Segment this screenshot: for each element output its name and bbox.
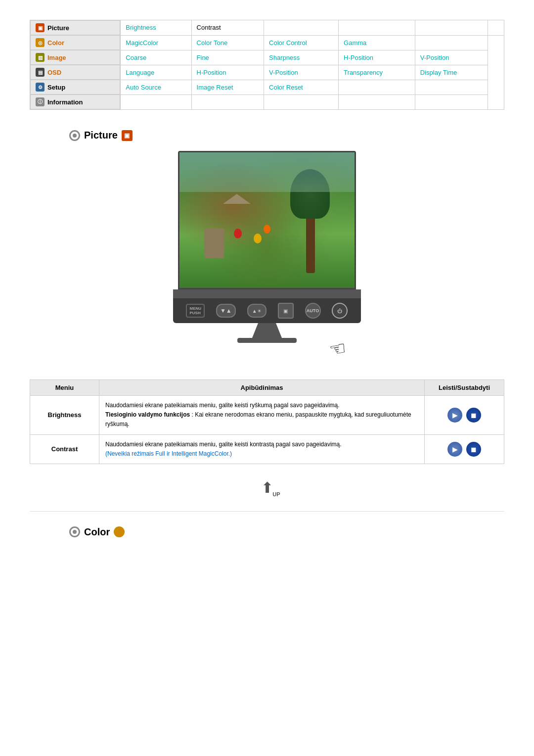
lantern-orange: [264, 225, 270, 234]
nav-table: ▣ Picture Brightness Contrast ◎ Color Ma…: [30, 20, 504, 110]
brightness-controls[interactable]: ▶ ◼: [425, 396, 504, 434]
monitor-btn-auto[interactable]: AUTO: [305, 303, 321, 319]
nav-magiccolor[interactable]: MagicColor: [121, 35, 191, 50]
nav-hposition-osd[interactable]: H-Position: [191, 65, 264, 80]
contrast-controls[interactable]: ▶ ◼: [425, 435, 504, 464]
lantern-red: [234, 229, 242, 238]
nav-empty-3: [415, 20, 488, 36]
nav-brightness[interactable]: Brightness: [121, 20, 191, 36]
nav-empty-2: [339, 20, 415, 36]
monitor-btn-menu[interactable]: MENUPUSH: [186, 304, 205, 318]
nav-empty-5: [415, 35, 488, 50]
nav-empty-12: [415, 94, 488, 110]
monitor-btn-square[interactable]: ▣: [278, 303, 294, 319]
nav-imagereset[interactable]: Image Reset: [191, 80, 264, 94]
nav-fine[interactable]: Fine: [191, 50, 264, 65]
monitor-bezel-bottom: [173, 289, 361, 298]
info-table-header: Meniu Apibūdinimas Leisti/Sustabdyti: [30, 380, 504, 396]
monitor-btn-power[interactable]: ⏻: [332, 303, 348, 319]
picture-title: Picture: [84, 130, 118, 141]
nav-vposition-osd[interactable]: V-Position: [264, 65, 339, 80]
nav-sharpness[interactable]: Sharpness: [264, 50, 339, 65]
nav-color-label[interactable]: Color: [47, 39, 64, 47]
section-divider: [30, 511, 504, 512]
brightness-stop-btn[interactable]: ◼: [466, 408, 481, 423]
picture-section-header: Picture ▣: [69, 130, 504, 141]
up-arrow-icon: ⬆UP: [261, 479, 273, 496]
nav-colorcontrol[interactable]: Color Control: [264, 35, 339, 50]
color-title: Color: [84, 526, 110, 538]
brightness-play-btn[interactable]: ▶: [447, 408, 462, 423]
color-section-header: Color: [69, 526, 504, 538]
nav-picture-label[interactable]: Picture: [47, 24, 69, 32]
nav-autosource[interactable]: Auto Source: [121, 80, 191, 94]
contrast-menu-name: Contrast: [30, 435, 99, 464]
nav-language[interactable]: Language: [121, 65, 191, 80]
contrast-play-btn[interactable]: ▶: [447, 442, 462, 457]
hand-cursor-icon: ☞: [327, 336, 348, 361]
picture-header-icon: [69, 130, 80, 141]
monitor-display: MENUPUSH ▼▲ ▲☀ ▣ AUTO ⏻ ☞: [30, 151, 504, 360]
nav-transparency[interactable]: Transparency: [339, 65, 415, 80]
color-header-icon-circle: [69, 526, 80, 537]
brightness-menu-name: Brightness: [30, 396, 99, 434]
picture-icon: ▣: [36, 23, 44, 32]
nav-colorreset[interactable]: Color Reset: [264, 80, 339, 94]
nav-hposition-img[interactable]: H-Position: [339, 50, 415, 65]
nav-empty-10: [264, 94, 339, 110]
nav-empty-7: [415, 80, 488, 94]
monitor-screen: [178, 151, 356, 289]
nav-osd-label[interactable]: OSD: [47, 69, 61, 76]
info-table: Meniu Apibūdinimas Leisti/Sustabdyti Bri…: [30, 379, 504, 464]
nav-setup-label[interactable]: Setup: [47, 84, 65, 91]
color-icon: ◎: [36, 38, 44, 47]
nav-displaytime[interactable]: Display Time: [415, 65, 488, 80]
table-row-brightness: Brightness Naudodamiesi ekrane pateikiam…: [30, 396, 504, 435]
picture-title-icon: ▣: [122, 130, 133, 141]
nav-empty-1: [264, 20, 339, 36]
monitor-btn-down[interactable]: ▼▲: [216, 304, 236, 318]
info-icon: ⓘ: [36, 97, 44, 106]
osd-icon: ▤: [36, 68, 44, 77]
lantern-yellow: [254, 234, 262, 243]
brightness-description: Naudodamiesi ekrane pateikiamais meniu, …: [99, 396, 425, 434]
nav-gamma[interactable]: Gamma: [339, 35, 415, 50]
nav-empty-4: [488, 20, 504, 36]
nav-image-label[interactable]: Image: [47, 54, 66, 61]
pagoda: [204, 229, 224, 258]
monitor-controls: MENUPUSH ▼▲ ▲☀ ▣ AUTO ⏻: [173, 298, 361, 323]
setup-icon: ⚙: [36, 83, 44, 92]
table-row-contrast: Contrast Naudodamiesi ekrane pateikiamai…: [30, 435, 504, 464]
monitor-btn-brightness[interactable]: ▲☀: [247, 304, 267, 318]
pagoda-roof: [223, 194, 251, 204]
col-header-description: Apibūdinimas: [99, 380, 425, 395]
tree-trunk: [306, 214, 315, 273]
contrast-description: Naudodamiesi ekrane pateikiamais meniu, …: [99, 435, 425, 464]
nav-vposition-img[interactable]: V-Position: [415, 50, 488, 65]
monitor-stand: [252, 323, 282, 338]
nav-empty-9: [191, 94, 264, 110]
nav-coarse[interactable]: Coarse: [121, 50, 191, 65]
col-header-menu: Meniu: [30, 380, 99, 395]
col-header-controls: Leisti/Sustabdyti: [425, 380, 504, 395]
nav-contrast[interactable]: Contrast: [191, 20, 264, 36]
up-arrow-container: ⬆UP: [30, 479, 504, 496]
nav-empty-11: [339, 94, 415, 110]
image-icon: ▧: [36, 53, 44, 62]
nav-info-label[interactable]: Information: [47, 98, 83, 106]
nav-empty-6: [339, 80, 415, 94]
nav-colortone[interactable]: Color Tone: [191, 35, 264, 50]
nav-empty-8: [121, 94, 191, 110]
contrast-stop-btn[interactable]: ◼: [466, 442, 481, 457]
color-title-icon: [114, 526, 125, 537]
